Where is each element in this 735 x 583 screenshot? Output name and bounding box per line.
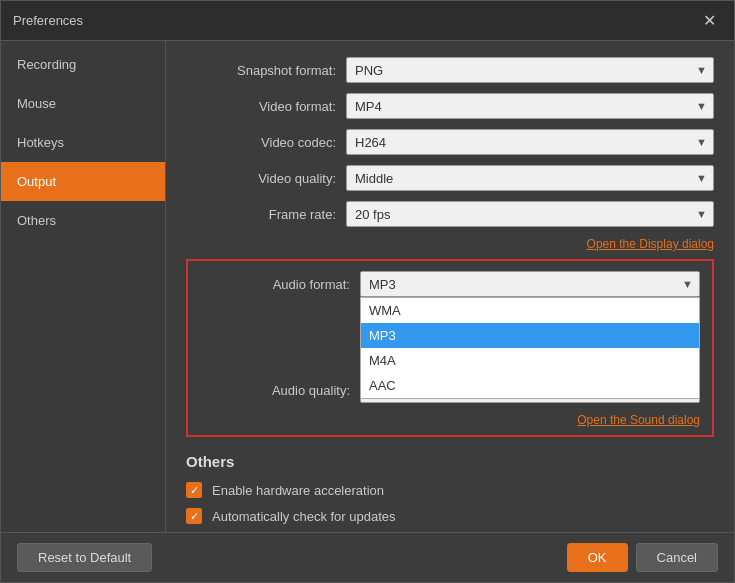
sidebar-item-recording[interactable]: Recording bbox=[1, 45, 165, 84]
hardware-acceleration-row: ✓ Enable hardware acceleration bbox=[186, 482, 714, 498]
sidebar-item-label: Others bbox=[17, 213, 56, 228]
sidebar-item-others[interactable]: Others bbox=[1, 201, 165, 240]
video-codec-select[interactable]: H264 bbox=[347, 130, 713, 154]
video-quality-label: Video quality: bbox=[186, 171, 346, 186]
video-quality-row: Video quality: Middle ▼ bbox=[186, 165, 714, 191]
auto-check-updates-label: Automatically check for updates bbox=[212, 509, 396, 524]
video-format-select[interactable]: MP4 bbox=[347, 94, 713, 118]
sidebar: Recording Mouse Hotkeys Output Others bbox=[1, 41, 166, 532]
frame-rate-select-wrapper[interactable]: 20 fps ▼ bbox=[346, 201, 714, 227]
sidebar-item-hotkeys[interactable]: Hotkeys bbox=[1, 123, 165, 162]
display-link-row: Open the Display dialog bbox=[186, 237, 714, 251]
footer-right: OK Cancel bbox=[567, 543, 718, 572]
content-area: Snapshot format: PNG ▼ Video format: MP4… bbox=[166, 41, 734, 532]
frame-rate-row: Frame rate: 20 fps ▼ bbox=[186, 201, 714, 227]
snapshot-format-row: Snapshot format: PNG ▼ bbox=[186, 57, 714, 83]
main-content: Recording Mouse Hotkeys Output Others Sn… bbox=[1, 41, 734, 532]
snapshot-format-select-wrapper[interactable]: PNG ▼ bbox=[346, 57, 714, 83]
ok-button[interactable]: OK bbox=[567, 543, 628, 572]
others-title: Others bbox=[186, 453, 714, 470]
audio-box: Audio format: MP3 ▼ WMA MP3 M4A AAC bbox=[186, 259, 714, 437]
sidebar-item-label: Recording bbox=[17, 57, 76, 72]
audio-format-row: Audio format: MP3 ▼ WMA MP3 M4A AAC bbox=[200, 271, 700, 297]
audio-quality-label: Audio quality: bbox=[200, 383, 360, 398]
open-sound-link[interactable]: Open the Sound dialog bbox=[577, 413, 700, 427]
video-format-select-wrapper[interactable]: MP4 ▼ bbox=[346, 93, 714, 119]
dialog-title: Preferences bbox=[13, 13, 83, 28]
sound-link-row: Open the Sound dialog bbox=[200, 413, 700, 427]
video-codec-row: Video codec: H264 ▼ bbox=[186, 129, 714, 155]
sidebar-item-label: Output bbox=[17, 174, 56, 189]
close-button[interactable]: ✕ bbox=[697, 9, 722, 32]
open-display-link[interactable]: Open the Display dialog bbox=[587, 237, 714, 251]
reset-button[interactable]: Reset to Default bbox=[17, 543, 152, 572]
video-quality-select[interactable]: Middle bbox=[347, 166, 713, 190]
audio-option-aac[interactable]: AAC bbox=[361, 373, 699, 398]
video-format-label: Video format: bbox=[186, 99, 346, 114]
audio-format-value: MP3 bbox=[369, 277, 396, 292]
video-codec-label: Video codec: bbox=[186, 135, 346, 150]
audio-format-arrow-icon: ▼ bbox=[682, 278, 693, 290]
auto-check-updates-checkbox[interactable]: ✓ bbox=[186, 508, 202, 524]
audio-option-wma[interactable]: WMA bbox=[361, 298, 699, 323]
audio-format-label: Audio format: bbox=[200, 277, 360, 292]
frame-rate-label: Frame rate: bbox=[186, 207, 346, 222]
video-quality-select-wrapper[interactable]: Middle ▼ bbox=[346, 165, 714, 191]
others-section: Others ✓ Enable hardware acceleration ✓ … bbox=[186, 453, 714, 532]
frame-rate-select[interactable]: 20 fps bbox=[347, 202, 713, 226]
video-codec-select-wrapper[interactable]: H264 ▼ bbox=[346, 129, 714, 155]
audio-option-m4a[interactable]: M4A bbox=[361, 348, 699, 373]
auto-check-updates-row: ✓ Automatically check for updates bbox=[186, 508, 714, 524]
footer: Reset to Default OK Cancel bbox=[1, 532, 734, 582]
title-bar: Preferences ✕ bbox=[1, 1, 734, 41]
check-icon: ✓ bbox=[190, 484, 199, 497]
preferences-dialog: Preferences ✕ Recording Mouse Hotkeys Ou… bbox=[0, 0, 735, 583]
sidebar-item-output[interactable]: Output bbox=[1, 162, 165, 201]
hardware-acceleration-label: Enable hardware acceleration bbox=[212, 483, 384, 498]
sidebar-item-mouse[interactable]: Mouse bbox=[1, 84, 165, 123]
hardware-acceleration-checkbox[interactable]: ✓ bbox=[186, 482, 202, 498]
cancel-button[interactable]: Cancel bbox=[636, 543, 718, 572]
snapshot-format-select[interactable]: PNG bbox=[347, 58, 713, 82]
check-icon: ✓ bbox=[190, 510, 199, 523]
video-format-row: Video format: MP4 ▼ bbox=[186, 93, 714, 119]
audio-option-mp3[interactable]: MP3 bbox=[361, 323, 699, 348]
sidebar-item-label: Mouse bbox=[17, 96, 56, 111]
snapshot-format-label: Snapshot format: bbox=[186, 63, 346, 78]
audio-format-dropdown-list: WMA MP3 M4A AAC bbox=[360, 297, 700, 399]
audio-format-dropdown[interactable]: MP3 ▼ bbox=[360, 271, 700, 297]
audio-format-dropdown-container: MP3 ▼ WMA MP3 M4A AAC bbox=[360, 271, 700, 297]
sidebar-item-label: Hotkeys bbox=[17, 135, 64, 150]
